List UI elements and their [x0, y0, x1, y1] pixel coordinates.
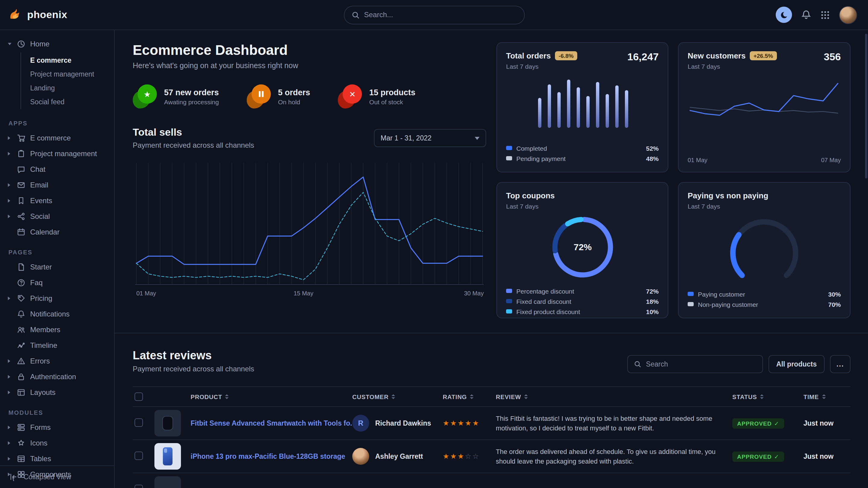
sidebar-item-project-management[interactable]: Project management: [0, 146, 114, 162]
column-header-time[interactable]: TIME: [803, 393, 850, 400]
total-sells-svg: 01 May15 May30 May: [133, 157, 486, 300]
all-products-button[interactable]: All products: [769, 355, 825, 373]
sidebar-item-label: Faq: [30, 279, 42, 287]
sidebar-subitem-e-commerce[interactable]: E commerce: [21, 53, 114, 67]
sidebar-subitem-landing[interactable]: Landing: [21, 81, 114, 95]
status-badge: APPROVED✓: [732, 418, 784, 428]
sidebar-item-e-commerce[interactable]: E commerce: [0, 130, 114, 146]
more-actions-button[interactable]: ...: [830, 355, 850, 373]
sidebar-item-forms[interactable]: Forms: [0, 420, 114, 435]
svg-text:15 May: 15 May: [293, 290, 313, 297]
apps-grid-button[interactable]: [820, 10, 830, 20]
customer-name: Richard Dawkins: [375, 420, 431, 427]
column-header-status[interactable]: STATUS: [732, 393, 803, 400]
sidebar-item-faq[interactable]: Faq: [0, 275, 114, 291]
select-all-checkbox[interactable]: [134, 392, 143, 400]
sidebar-item-members[interactable]: Members: [0, 322, 114, 337]
paying-period: Last 7 days: [688, 202, 768, 210]
sidebar-item-label: Notifications: [30, 310, 70, 318]
new-customers-card: New customers +26.5% Last 7 days 356 01 …: [678, 42, 850, 172]
search-icon: [351, 11, 359, 19]
customer-avatar: [352, 448, 369, 465]
star-icon: ★: [465, 419, 473, 427]
brand[interactable]: phoenix: [8, 8, 115, 22]
customer-cell: RRichard Dawkins: [352, 415, 443, 432]
top-coupons-title: Top coupons: [506, 191, 555, 200]
stat-icon-pause: [247, 85, 271, 108]
top-coupons-period: Last 7 days: [506, 202, 555, 210]
column-header-review[interactable]: REVIEW: [496, 393, 732, 400]
sidebar-item-pricing[interactable]: Pricing: [0, 291, 114, 306]
paying-card: Paying vs non paying Last 7 days Paying …: [678, 182, 850, 318]
reviews-subtitle: Payment received across all channels: [133, 365, 254, 373]
user-avatar[interactable]: [839, 6, 857, 24]
latest-reviews-section: Latest reviews Payment received across a…: [115, 333, 868, 488]
status-badge: APPROVED✓: [732, 451, 784, 461]
product-link[interactable]: Fitbit Sense Advanced Smartwatch with To…: [191, 420, 352, 427]
total-orders-period: Last 7 days: [506, 63, 577, 70]
phone-graphic: [163, 447, 173, 465]
stat-value: 57 new orders: [164, 88, 219, 97]
sidebar-item-layouts[interactable]: Layouts: [0, 385, 114, 400]
sidebar-item-notifications[interactable]: Notifications: [0, 306, 114, 322]
rating-stars: ★★★☆☆: [443, 452, 496, 461]
row-checkbox[interactable]: [134, 418, 143, 427]
reviews-search-input[interactable]: [646, 360, 756, 368]
caret-right-icon: [8, 183, 13, 187]
sidebar-subitem-social-feed[interactable]: Social feed: [21, 95, 114, 108]
collapse-view-button[interactable]: Collapsed View: [0, 465, 114, 488]
review-time: Just now: [803, 420, 834, 427]
sidebar-item-label: Project management: [30, 150, 97, 158]
legend-label: Fixed card discount: [516, 297, 642, 305]
legend-label: Completed: [516, 144, 642, 152]
calendar-icon: [17, 228, 26, 236]
row-checkbox[interactable]: [134, 452, 143, 460]
row-checkbox[interactable]: [134, 485, 143, 488]
sort-icon: [524, 394, 528, 399]
moon-icon: [779, 10, 789, 20]
sidebar-item-errors[interactable]: Errors: [0, 353, 114, 369]
share-icon: [17, 212, 26, 221]
sidebar-item-events[interactable]: Events: [0, 193, 114, 208]
sidebar-item-home[interactable]: Home: [0, 36, 114, 52]
sidebar-item-label: Chat: [30, 165, 45, 174]
search-input[interactable]: [364, 10, 517, 19]
legend-value: 18%: [646, 297, 659, 305]
sidebar-item-starter[interactable]: Starter: [0, 259, 114, 275]
warning-icon: [17, 357, 26, 365]
legend-value: 48%: [646, 155, 659, 162]
sidebar-subitem-project-management[interactable]: Project management: [21, 67, 114, 81]
sidebar-item-label: Layouts: [30, 388, 56, 397]
legend-swatch: [506, 156, 512, 160]
page-scrollbar-thumb[interactable]: [865, 34, 867, 178]
sidebar-item-timeline[interactable]: Timeline: [0, 337, 114, 353]
sidebar-item-chat[interactable]: Chat: [0, 162, 114, 177]
column-header-product[interactable]: PRODUCT: [191, 393, 352, 400]
product-link[interactable]: iPhone 13 pro max-Pacific Blue-128GB sto…: [191, 453, 352, 460]
sidebar-item-social[interactable]: Social: [0, 208, 114, 224]
review-text: This Fitbit is fantastic! I was trying t…: [496, 413, 732, 433]
total-orders-card: Total orders -6.8% Last 7 days 16,247 Co…: [496, 42, 668, 172]
top-coupons-svg: 72%: [549, 214, 616, 281]
global-search[interactable]: [343, 5, 525, 24]
column-header-customer[interactable]: CUSTOMER: [352, 393, 443, 400]
caret-right-icon: [8, 136, 13, 140]
stat-caption: Awating processing: [164, 98, 219, 105]
total-orders-svg: [534, 77, 631, 130]
legend-item: Non-paying customer70%: [688, 299, 841, 309]
sidebar-item-icons[interactable]: Icons: [0, 435, 114, 451]
sidebar-item-label: Events: [30, 197, 52, 205]
date-range-select[interactable]: Mar 1 - 31, 2022: [374, 129, 486, 147]
sidebar-item-tables[interactable]: Tables: [0, 451, 114, 466]
reviews-search[interactable]: [627, 355, 763, 373]
sidebar-item-label: Calendar: [30, 228, 59, 236]
column-header-rating[interactable]: RATING: [443, 393, 496, 400]
legend-swatch: [688, 292, 694, 296]
sidebar-item-email[interactable]: Email: [0, 177, 114, 193]
svg-text:30 May: 30 May: [464, 290, 484, 297]
notifications-button[interactable]: [801, 10, 811, 20]
sidebar-item-authentication[interactable]: Authentication: [0, 369, 114, 385]
sidebar-item-calendar[interactable]: Calendar: [0, 224, 114, 240]
theme-toggle-button[interactable]: [776, 7, 792, 23]
stat-out-of-stock: ✕15 productsOut of stock: [338, 85, 415, 108]
